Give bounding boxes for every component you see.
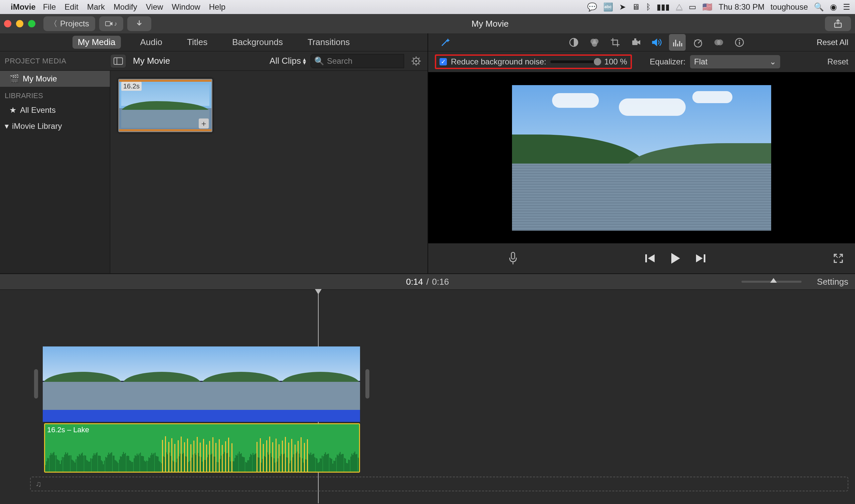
audio-clip[interactable]: 16.2s – Lake (44, 423, 360, 473)
timeline[interactable]: 16.2s – Lake ♫ (0, 290, 855, 503)
project-media-heading: PROJECT MEDIA (0, 57, 110, 66)
noise-eq-button[interactable] (669, 34, 686, 51)
clip-filter-button[interactable] (710, 34, 727, 51)
menu-file[interactable]: File (43, 2, 56, 12)
video-clip[interactable] (43, 346, 360, 410)
timeline-zoom-slider[interactable] (741, 281, 802, 283)
notification-center-icon[interactable]: ☰ (843, 2, 850, 12)
browser-title: My Movie (133, 56, 170, 66)
sidebar-item-all-events[interactable]: ★ All Events (0, 102, 110, 118)
battery-percent-icon[interactable]: ▮▮▮ (657, 2, 670, 12)
preview-frame (512, 85, 771, 231)
wifi-icon[interactable]: ⧋ (676, 2, 683, 12)
stabilization-button[interactable] (628, 34, 644, 51)
libraries-heading: LIBRARIES (0, 87, 110, 102)
tab-backgrounds[interactable]: Backgrounds (227, 36, 288, 49)
svg-line-11 (418, 64, 419, 65)
reset-all-button[interactable]: Reset All (817, 38, 848, 47)
svg-line-13 (418, 58, 419, 59)
window-minimize-button[interactable] (16, 20, 23, 28)
window-close-button[interactable] (4, 20, 11, 28)
background-music-well[interactable]: ♫ (30, 476, 848, 491)
color-correction-button[interactable] (586, 34, 603, 51)
tab-my-media[interactable]: My Media (72, 36, 121, 49)
svg-line-12 (413, 64, 414, 65)
reduce-noise-checkbox[interactable]: ✓ (439, 58, 447, 66)
tab-titles[interactable]: Titles (182, 36, 213, 49)
video-clip-audio-bar[interactable] (43, 410, 360, 422)
input-flag-icon[interactable]: 🇺🇸 (702, 2, 712, 12)
import-download-button[interactable] (127, 16, 151, 31)
clip-filter-dropdown[interactable]: All Clips ▴▾ (269, 56, 306, 66)
menubar-status-area: 💬 🔤 ➤ 🖥 ᛒ ▮▮▮ ⧋ ▭ 🇺🇸 Thu 8:30 PM toughou… (587, 2, 850, 12)
battery-icon[interactable]: ▭ (689, 2, 696, 12)
timeline-settings-button[interactable]: Settings (817, 277, 848, 287)
menu-mark[interactable]: Mark (87, 2, 105, 12)
svg-rect-0 (106, 22, 110, 26)
clip-thumbnail[interactable]: 16.2s ＋ (118, 79, 212, 132)
prev-button[interactable] (645, 253, 656, 264)
search-field[interactable]: 🔍 Search (311, 54, 404, 68)
back-projects-button[interactable]: 〈Projects (43, 16, 95, 31)
reduce-noise-group: ✓ Reduce background noise: 100 % (435, 54, 632, 69)
display-menubar-icon[interactable]: 🖥 (632, 2, 640, 12)
svg-rect-37 (704, 254, 705, 262)
disclosure-triangle-icon[interactable]: ▾ (5, 122, 9, 131)
play-button[interactable] (669, 252, 682, 265)
auto-enhance-button[interactable] (437, 34, 454, 51)
equalizer-label: Equalizer: (650, 57, 686, 67)
reduce-noise-label: Reduce background noise: (451, 57, 546, 67)
menu-window[interactable]: Window (172, 2, 200, 12)
reduce-noise-slider[interactable] (551, 60, 600, 63)
menu-help[interactable]: Help (209, 2, 225, 12)
sidebar-item-project[interactable]: 🎬 My Movie (0, 71, 110, 87)
speed-button[interactable] (690, 34, 706, 51)
siri-icon[interactable]: ◉ (830, 2, 837, 12)
macos-menubar: iMovie File Edit Mark Modify View Window… (0, 0, 855, 14)
tab-transitions[interactable]: Transitions (302, 36, 355, 49)
wechat-menubar-icon[interactable]: 💬 (587, 2, 597, 12)
sidebar-item-imovie-library[interactable]: ▾ iMovie Library (0, 118, 110, 134)
reset-button[interactable]: Reset (827, 57, 848, 67)
clip-trim-handle-left[interactable] (34, 369, 38, 398)
volume-button[interactable] (648, 34, 665, 51)
clip-add-button[interactable]: ＋ (199, 119, 209, 128)
clip-trim-handle-right[interactable] (365, 369, 369, 398)
project-duration: 0:16 (432, 277, 449, 287)
window-traffic-lights (4, 20, 35, 28)
star-icon: ★ (10, 106, 17, 115)
tab-audio[interactable]: Audio (135, 36, 168, 49)
window-title: My Movie (155, 19, 825, 29)
next-button[interactable] (695, 253, 706, 264)
window-zoom-button[interactable] (28, 20, 35, 28)
bluetooth-icon[interactable]: ᛒ (646, 2, 651, 12)
fullscreen-button[interactable] (833, 253, 844, 264)
clip-browser[interactable]: 16.2s ＋ (110, 71, 428, 273)
svg-point-5 (415, 60, 417, 62)
preview-viewer[interactable] (428, 72, 855, 243)
import-button[interactable]: ♪ (99, 16, 123, 31)
crop-button[interactable] (607, 34, 624, 51)
search-placeholder: Search (327, 56, 352, 66)
timeline-info-bar: 0:14 / 0:16 Settings (0, 274, 855, 290)
voiceover-button[interactable] (508, 252, 518, 265)
equalizer-select[interactable]: Flat ⌄ (690, 55, 780, 68)
svg-rect-36 (645, 254, 647, 262)
svg-line-26 (698, 41, 700, 43)
translate-menubar-icon[interactable]: 🔤 (603, 2, 613, 12)
spotlight-icon[interactable]: 🔍 (814, 2, 824, 12)
menubar-user[interactable]: toughouse (770, 2, 808, 12)
menubar-clock[interactable]: Thu 8:30 PM (718, 2, 764, 12)
menu-view[interactable]: View (146, 2, 163, 12)
menu-modify[interactable]: Modify (114, 2, 137, 12)
share-button[interactable] (825, 16, 851, 31)
browser-settings-button[interactable] (409, 54, 423, 68)
clip-info-button[interactable] (731, 34, 748, 51)
location-share-icon[interactable]: ➤ (619, 2, 626, 12)
adjustment-toolbar: Reset All (428, 33, 855, 51)
app-menu[interactable]: iMovie (11, 2, 36, 12)
menu-edit[interactable]: Edit (65, 2, 78, 12)
sidebar-toggle-button[interactable] (110, 54, 126, 68)
svg-rect-2 (114, 58, 123, 65)
color-balance-button[interactable] (565, 34, 582, 51)
